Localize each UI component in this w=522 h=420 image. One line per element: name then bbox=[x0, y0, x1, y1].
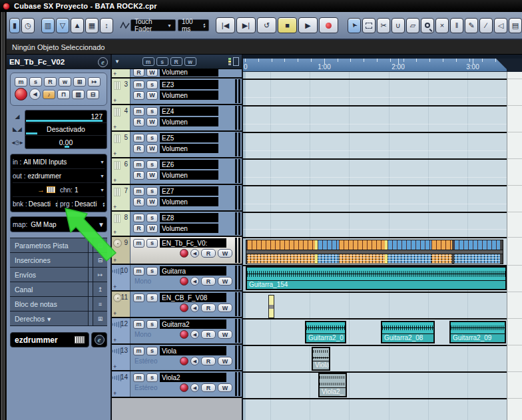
expand-icon[interactable]: + bbox=[113, 204, 117, 210]
volume-slider[interactable]: 127 bbox=[25, 110, 107, 123]
solo-button[interactable]: s bbox=[146, 294, 158, 302]
write-button[interactable]: W bbox=[218, 277, 232, 286]
lock-button[interactable]: ⊓ bbox=[57, 90, 70, 99]
show-overview-button[interactable]: ▽ bbox=[56, 18, 69, 33]
audio-clip[interactable]: Guitarra2_0 bbox=[305, 321, 346, 343]
mute-button[interactable]: m bbox=[15, 77, 27, 87]
expand-icon[interactable]: + bbox=[113, 71, 117, 77]
mute-button[interactable]: m bbox=[133, 214, 144, 222]
drum-map-select[interactable]: map: GM Map ▼ bbox=[10, 216, 107, 232]
write-button[interactable]: W bbox=[146, 144, 158, 153]
write-button[interactable]: W bbox=[146, 69, 158, 77]
inspector-section-parametros-pista[interactable]: Parametros Pista⊡ bbox=[10, 238, 107, 253]
midi-part-segment[interactable] bbox=[247, 254, 315, 264]
input-transformer-button[interactable]: ↦ bbox=[88, 77, 101, 87]
monitor-button[interactable]: ◀ bbox=[190, 277, 199, 286]
ruler-band[interactable]: 01:002:003:00 bbox=[243, 59, 507, 72]
audio-clip[interactable]: Viola bbox=[312, 347, 330, 371]
show-inspector-button[interactable]: ▥ bbox=[41, 18, 55, 33]
expand-icon[interactable]: + bbox=[113, 284, 117, 290]
erase-tool[interactable]: ▱ bbox=[406, 18, 419, 33]
automation-param-field[interactable]: Volumen bbox=[160, 117, 218, 126]
mute-button[interactable]: m bbox=[133, 134, 144, 142]
inspector-section-bloc-de-notas[interactable]: Bloc de notas≡ bbox=[10, 297, 107, 312]
list-button[interactable]: ⊟ bbox=[87, 90, 99, 99]
read-button[interactable]: R bbox=[133, 171, 144, 180]
lane-display-button[interactable]: ▥ bbox=[72, 90, 85, 99]
play-tool[interactable]: ◁ bbox=[494, 18, 507, 33]
track-name-field[interactable]: EZ8 bbox=[160, 213, 218, 222]
spinner-icon[interactable]: ▴▾ bbox=[203, 23, 205, 28]
show-grid-button[interactable]: ▦ bbox=[85, 18, 99, 33]
write-button[interactable]: W bbox=[146, 118, 158, 126]
delay-slider[interactable]: 0.00 bbox=[25, 136, 107, 148]
zoom-tool[interactable] bbox=[421, 18, 434, 33]
automation-param-field[interactable]: Volumen bbox=[160, 144, 218, 153]
midi-part-segment[interactable] bbox=[388, 254, 431, 264]
track-name-field[interactable]: Viola2 bbox=[160, 373, 226, 382]
draw-tool[interactable]: ✎ bbox=[465, 18, 478, 33]
solo-button[interactable]: s bbox=[146, 134, 158, 142]
track-name-field[interactable]: Viola bbox=[160, 346, 226, 355]
track-row-3[interactable]: 3+msEZ3RWVolumen bbox=[112, 79, 242, 105]
expand-icon[interactable]: + bbox=[113, 337, 117, 343]
expand-icon[interactable]: + bbox=[113, 229, 117, 236]
inspector-section-inserciones[interactable]: Inserciones⊟ bbox=[10, 253, 107, 268]
record-time-button[interactable]: ◷ bbox=[21, 18, 35, 33]
edit-channel-button[interactable]: ⊞ bbox=[73, 77, 86, 87]
solo-button[interactable]: s bbox=[146, 187, 158, 196]
read-button[interactable]: R bbox=[133, 198, 144, 206]
read-button[interactable]: R bbox=[133, 118, 144, 126]
track-name-field[interactable]: EN_Tb_Fc_V0: bbox=[160, 238, 226, 248]
track-row-11[interactable]: 11+msEN_CB_F_V08◀RW bbox=[112, 292, 242, 318]
expand-icon[interactable]: + bbox=[113, 257, 117, 264]
track-row-14[interactable]: 14+msViola2Estéreo◀RW bbox=[112, 371, 242, 398]
inspector-section-canal[interactable]: Canal↥ bbox=[10, 282, 107, 297]
track-name-field[interactable]: Guitarra2 bbox=[160, 319, 226, 329]
global-m-button[interactable]: m bbox=[142, 57, 154, 66]
goto-start-button[interactable]: |◀ bbox=[216, 17, 235, 33]
mute-button[interactable]: m bbox=[133, 239, 144, 248]
track-name-field[interactable]: EZ4 bbox=[160, 106, 218, 116]
timewarp-tool[interactable]: ‖ bbox=[450, 18, 463, 33]
track-row-10[interactable]: 10+msGuitarraMono◀RW bbox=[112, 265, 242, 292]
track-row-7[interactable]: 7+msEZ7RWVolumen bbox=[112, 185, 242, 212]
mute-button[interactable]: m bbox=[133, 267, 144, 276]
line-tool[interactable]: ∕ bbox=[479, 18, 493, 33]
monitor-button[interactable]: ◀ bbox=[190, 249, 199, 258]
midi-plug-icon[interactable]: → bbox=[37, 186, 45, 194]
mute-button[interactable]: m bbox=[133, 320, 144, 329]
mute-button[interactable]: m bbox=[133, 160, 144, 169]
write-button[interactable]: W bbox=[146, 224, 158, 233]
program-select[interactable]: prg : Desacti ▴▾ bbox=[57, 200, 105, 208]
track-row-4[interactable]: 4+msEZ4RWVolumen bbox=[112, 105, 242, 132]
mute-button[interactable]: m bbox=[133, 107, 144, 116]
input-routing-select[interactable]: in : All MIDI Inputs ▼ bbox=[13, 155, 105, 169]
read-button[interactable]: R bbox=[133, 69, 144, 77]
expand-icon[interactable]: + bbox=[113, 310, 117, 317]
automation-param-field[interactable]: Volumen bbox=[160, 170, 218, 180]
write-automation-button[interactable]: w bbox=[59, 77, 71, 87]
write-button[interactable]: W bbox=[218, 249, 232, 258]
track-row-partial[interactable]: + R W Volumen bbox=[112, 69, 242, 79]
timeline-ruler[interactable]: 01:002:003:00 bbox=[243, 55, 522, 72]
solo-button[interactable]: s bbox=[146, 320, 158, 329]
mute-button[interactable]: m bbox=[133, 373, 144, 382]
read-button[interactable]: R bbox=[133, 144, 144, 153]
mute-button[interactable]: m bbox=[133, 294, 144, 302]
monitor-button[interactable]: ◀ bbox=[190, 304, 199, 312]
solo-button[interactable]: s bbox=[29, 77, 42, 87]
track-row-12[interactable]: 12+msGuitarra2Mono◀RW bbox=[112, 318, 242, 345]
global-w-button[interactable]: w bbox=[184, 57, 196, 66]
midi-part-segment[interactable] bbox=[454, 240, 500, 250]
cycle-button[interactable]: ↺ bbox=[257, 17, 276, 33]
read-automation-button[interactable]: R bbox=[44, 77, 57, 87]
stop-button[interactable]: ■ bbox=[278, 17, 297, 33]
midi-part-segment[interactable] bbox=[388, 240, 431, 250]
track-name-field[interactable]: EZ3 bbox=[160, 80, 218, 89]
show-infoline-button[interactable]: ▲ bbox=[71, 18, 84, 33]
track-name-field[interactable]: Guitarra bbox=[160, 266, 226, 276]
record-button[interactable] bbox=[319, 17, 338, 33]
midi-part-segment[interactable] bbox=[247, 240, 315, 250]
midi-part-segment[interactable] bbox=[318, 240, 339, 250]
